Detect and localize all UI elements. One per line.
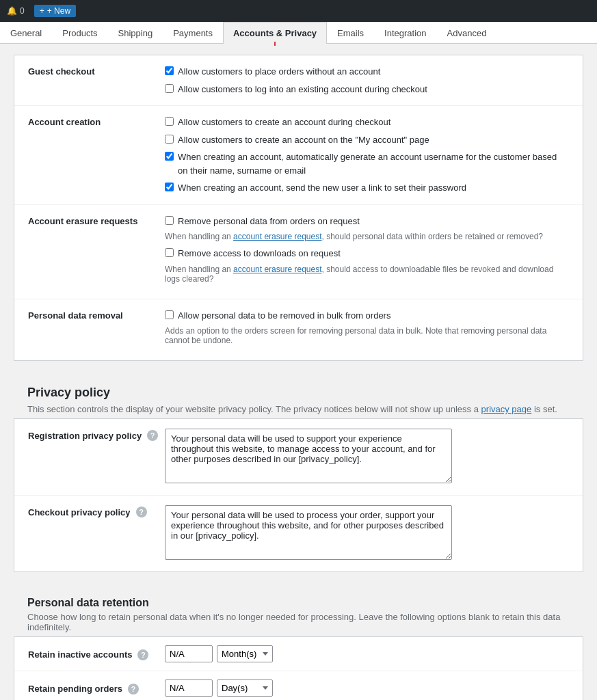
remove-personal-orders-row: Remove personal data from orders on requ… [165, 215, 569, 228]
create-my-account-label[interactable]: Allow customers to create an account on … [178, 133, 429, 147]
personal-data-removal-row: Personal data removal Allow personal dat… [14, 299, 583, 361]
remove-personal-orders-checkbox[interactable] [165, 216, 174, 225]
tab-emails[interactable]: Emails [327, 22, 374, 44]
tab-payments[interactable]: Payments [163, 22, 223, 44]
retain-pending-label: Retain pending orders ? [28, 682, 165, 695]
privacy-policy-header: Privacy policy This section controls the… [14, 375, 583, 418]
new-button[interactable]: + + New [34, 5, 76, 17]
auto-username-checkbox[interactable] [165, 152, 174, 161]
data-retention-settings: Retain inactive accounts ? Month(s) Day(… [14, 636, 583, 700]
erasure-hint-1: When handling an account erasure request… [165, 232, 569, 241]
account-erasure-label: Account erasure requests [28, 215, 165, 226]
checkout-privacy-label: Checkout privacy policy ? [28, 505, 165, 517]
data-retention-section: Personal data retention Choose how long … [14, 586, 583, 700]
registration-privacy-textarea[interactable]: Your personal data will be used to suppo… [165, 429, 452, 483]
send-password-link-row: When creating an account, send the new u… [165, 181, 569, 195]
tab-integration[interactable]: Integration [374, 22, 436, 44]
send-password-link-label[interactable]: When creating an account, send the new u… [178, 181, 466, 195]
privacy-policy-heading: Privacy policy [27, 386, 570, 400]
tab-general[interactable]: General [0, 22, 52, 44]
inactive-accounts-select[interactable]: Month(s) Day(s) Week(s) Year(s) [217, 645, 273, 662]
pending-orders-help-icon[interactable]: ? [128, 684, 139, 695]
top-bar: 🔔 0 + + New [0, 0, 597, 22]
nav-tabs: General Products Shipping Payments Accou… [0, 22, 597, 44]
erasure-request-link-1[interactable]: account erasure request [233, 232, 321, 241]
pending-orders-input[interactable] [165, 679, 213, 697]
account-creation-control: Allow customers to create an account dur… [165, 116, 569, 195]
checkout-help-icon[interactable]: ? [136, 507, 147, 517]
send-password-link-checkbox[interactable] [165, 183, 174, 191]
tab-advanced[interactable]: Advanced [437, 22, 497, 44]
auto-username-row: When creating an account, automatically … [165, 150, 569, 177]
bulk-remove-personal-checkbox[interactable] [165, 310, 174, 319]
account-erasure-control: Remove personal data from orders on requ… [165, 215, 569, 289]
create-my-account-checkbox[interactable] [165, 135, 174, 144]
bell-icon: 🔔 [7, 6, 17, 16]
privacy-policy-settings: Registration privacy policy ? Your perso… [14, 418, 583, 572]
allow-guest-orders-row: Allow customers to place orders without … [165, 65, 569, 79]
privacy-policy-description: This section controls the display of you… [27, 404, 570, 414]
bulk-remove-personal-row: Allow personal data to be removed in bul… [165, 309, 569, 323]
data-retention-description: Choose how long to retain personal data … [27, 612, 570, 632]
tab-accounts-privacy[interactable]: Accounts & Privacy [223, 22, 327, 44]
personal-data-removal-control: Allow personal data to be removed in bul… [165, 309, 569, 351]
checkout-privacy-control: Your personal data will be used to proce… [165, 505, 569, 562]
retain-pending-control: Day(s) Month(s) Week(s) Year(s) [165, 679, 569, 697]
data-retention-header: Personal data retention Choose how long … [14, 586, 583, 636]
plus-icon: + [40, 6, 44, 16]
inactive-accounts-help-icon[interactable]: ? [137, 649, 148, 660]
account-erasure-row: Account erasure requests Remove personal… [14, 205, 583, 299]
retain-pending-orders-row: Retain pending orders ? Day(s) Month(s) … [14, 671, 583, 700]
guest-checkout-label: Guest checkout [28, 65, 165, 77]
personal-data-removal-label: Personal data removal [28, 309, 165, 321]
registration-privacy-control: Your personal data will be used to suppo… [165, 429, 569, 485]
create-checkout-label[interactable]: Allow customers to create an account dur… [178, 116, 390, 129]
checkout-privacy-textarea[interactable]: Your personal data will be used to proce… [165, 505, 452, 560]
erasure-hint-2: When handling an account erasure request… [165, 265, 569, 284]
remove-download-access-label[interactable]: Remove access to downloads on request [178, 247, 341, 260]
guest-checkout-row: Guest checkout Allow customers to place … [14, 55, 583, 106]
allow-guest-orders-checkbox[interactable] [165, 66, 174, 75]
main-content: Guest checkout Allow customers to place … [0, 44, 597, 700]
allow-login-checkout-row: Allow customers to log into an existing … [165, 83, 569, 96]
checkout-privacy-row: Checkout privacy policy ? Your personal … [14, 496, 583, 571]
registration-privacy-row: Registration privacy policy ? Your perso… [14, 419, 583, 496]
create-checkout-row: Allow customers to create an account dur… [165, 116, 569, 129]
account-creation-row: Account creation Allow customers to crea… [14, 106, 583, 205]
settings-section: Guest checkout Allow customers to place … [14, 55, 583, 361]
remove-download-access-checkbox[interactable] [165, 248, 174, 257]
remove-download-access-row: Remove access to downloads on request [165, 247, 569, 260]
registration-privacy-label: Registration privacy policy ? [28, 429, 165, 441]
inactive-accounts-input[interactable] [165, 645, 213, 662]
data-retention-heading: Personal data retention [27, 597, 570, 609]
bulk-remove-personal-label[interactable]: Allow personal data to be removed in bul… [178, 309, 390, 323]
allow-guest-orders-label[interactable]: Allow customers to place orders without … [178, 65, 380, 79]
create-my-account-row: Allow customers to create an account on … [165, 133, 569, 147]
auto-username-label[interactable]: When creating an account, automatically … [178, 150, 569, 177]
erasure-request-link-2[interactable]: account erasure request [233, 265, 321, 274]
retain-inactive-control: Month(s) Day(s) Week(s) Year(s) [165, 645, 569, 662]
notifications: 🔔 0 [7, 6, 25, 16]
tab-products[interactable]: Products [52, 22, 107, 44]
personal-data-removal-hint: Adds an option to the orders screen for … [165, 326, 569, 345]
allow-login-checkout-checkbox[interactable] [165, 84, 174, 93]
privacy-page-link[interactable]: privacy page [481, 404, 532, 414]
tab-shipping[interactable]: Shipping [108, 22, 163, 44]
allow-login-checkout-label[interactable]: Allow customers to log into an existing … [178, 83, 427, 96]
registration-help-icon[interactable]: ? [147, 430, 158, 441]
privacy-policy-section: Privacy policy This section controls the… [14, 375, 583, 572]
pending-orders-select[interactable]: Day(s) Month(s) Week(s) Year(s) [217, 679, 273, 697]
guest-checkout-control: Allow customers to place orders without … [165, 65, 569, 96]
create-checkout-checkbox[interactable] [165, 117, 174, 126]
account-creation-label: Account creation [28, 116, 165, 127]
retain-inactive-accounts-row: Retain inactive accounts ? Month(s) Day(… [14, 637, 583, 671]
remove-personal-orders-label[interactable]: Remove personal data from orders on requ… [178, 215, 360, 228]
retain-inactive-label: Retain inactive accounts ? [28, 648, 165, 660]
